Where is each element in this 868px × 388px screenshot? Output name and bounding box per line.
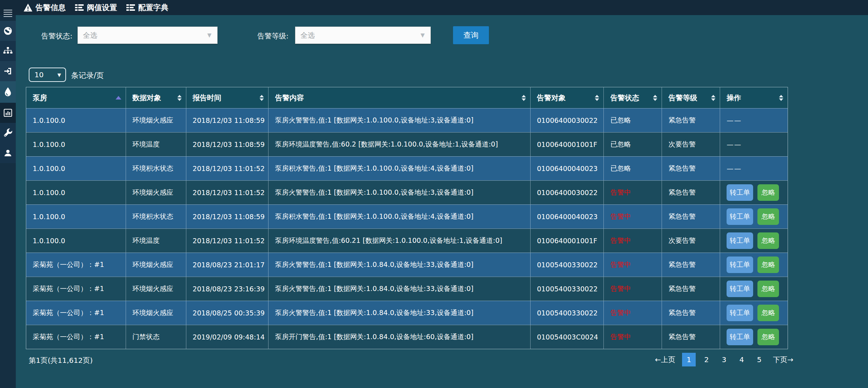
sign-in-icon[interactable] [0, 61, 16, 81]
cell-time: 2018/08/23 23:16:39 [186, 277, 269, 301]
nav-item-label: 配置字典 [138, 3, 168, 13]
page-size-value: 10 [34, 70, 43, 79]
search-button[interactable]: 查询 [453, 26, 489, 44]
sort-icon [177, 95, 182, 101]
column-header[interactable]: 告警状态 [604, 87, 662, 108]
cell-pump: 1.0.100.0 [26, 133, 126, 156]
column-header[interactable]: 操作 [720, 87, 788, 108]
cell-level: 紧急告警 [662, 205, 720, 228]
cell-pump: 1.0.100.0 [26, 157, 126, 180]
column-header-label: 告警对象 [537, 93, 566, 103]
wrench-icon[interactable] [0, 123, 16, 143]
sitemap-icon[interactable] [0, 41, 16, 61]
column-header[interactable]: 告警对象 [531, 87, 604, 108]
globe-icon[interactable] [0, 21, 16, 41]
cell-obj: 环境积水状态 [126, 157, 186, 180]
cell-content: 泵房环境温度警告,值:60.2 [数据网关:1.0.100.0,设备地址:1,设… [269, 133, 530, 156]
cell-level: 次要告警 [662, 133, 720, 156]
cell-content: 泵房开门警告,值:1 [数据网关:1.0.84.0,设备地址:60,设备通道:0… [269, 325, 530, 349]
sort-asc-icon [116, 96, 121, 100]
cell-pump: 采菊苑（一公司）：#1 [26, 253, 126, 277]
list-icon [75, 4, 84, 11]
table-row: 1.0.100.0环境温度2018/12/03 11:08:59泵房环境温度警告… [26, 132, 788, 156]
cell-time: 2018/08/23 21:01:17 [186, 253, 269, 277]
nav-item-threshold-settings[interactable]: 阀值设置 [75, 3, 117, 13]
ignore-button[interactable]: 忽略 [757, 281, 779, 297]
page-number-button[interactable]: 5 [752, 353, 766, 366]
cell-actions: 转工单忽略 [720, 181, 788, 204]
transfer-workorder-button[interactable]: 转工单 [727, 184, 753, 201]
nav-item-alarm-info[interactable]: 告警信息 [24, 3, 66, 13]
cell-pump: 采菊苑（一公司）：#1 [26, 301, 126, 325]
alarm-level-select[interactable]: 全选 ▼ [295, 27, 431, 44]
page-number-button[interactable]: 4 [735, 353, 748, 366]
ignore-button[interactable]: 忽略 [757, 184, 779, 201]
user-icon[interactable] [0, 143, 16, 163]
cell-level: 次要告警 [662, 229, 720, 253]
prev-page-link[interactable]: ←上页 [652, 355, 678, 365]
cell-target: 010054003C0024 [531, 325, 604, 349]
cell-status: 告警中 [604, 229, 662, 253]
cell-time: 2018/08/25 00:35:39 [186, 301, 269, 325]
page-number-button[interactable]: 2 [700, 353, 713, 366]
sort-icon [522, 95, 526, 101]
cell-time: 2018/12/03 11:01:52 [186, 157, 269, 180]
ignore-button[interactable]: 忽略 [757, 305, 779, 321]
transfer-workorder-button[interactable]: 转工单 [727, 232, 753, 249]
cell-pump: 采菊苑（一公司）：#1 [26, 325, 126, 349]
ignore-button[interactable]: 忽略 [757, 329, 779, 345]
table-row: 1.0.100.0环境温度2018/12/03 11:01:52泵房环境温度警告… [26, 228, 788, 253]
cell-obj: 环境烟火感应 [126, 277, 186, 301]
cell-status: 告警中 [604, 325, 662, 349]
cell-obj: 环境烟火感应 [126, 108, 186, 132]
cell-level: 紧急告警 [662, 181, 720, 204]
column-header[interactable]: 报告时间 [186, 87, 269, 108]
column-header[interactable]: 告警内容 [269, 87, 530, 108]
chevron-down-icon: ▼ [420, 32, 425, 38]
ignore-button[interactable]: 忽略 [757, 257, 779, 273]
ignore-button[interactable]: 忽略 [757, 232, 779, 249]
page-number-button[interactable]: 3 [717, 353, 731, 366]
top-navbar: 告警信息 阀值设置 配置字典 [0, 0, 868, 15]
cell-content: 泵房火警警告,值:1 [数据网关:1.0.84.0,设备地址:33,设备通道:0… [269, 301, 530, 325]
cell-time: 2018/12/03 11:08:59 [186, 108, 269, 132]
column-header[interactable]: 泵房 [26, 87, 126, 108]
no-action-dash: —— [727, 165, 742, 172]
column-header-label: 告警等级 [668, 93, 697, 103]
column-header[interactable]: 数据对象 [126, 87, 186, 108]
alarm-level-value: 全选 [300, 31, 315, 40]
cell-target: 0100640001001F [531, 133, 604, 156]
cell-content: 泵房火警警告,值:1 [数据网关:1.0.84.0,设备地址:33,设备通道:0… [269, 253, 530, 277]
table-row: 1.0.100.0环境烟火感应2018/12/03 11:01:52泵房火警警告… [26, 180, 788, 204]
transfer-workorder-button[interactable]: 转工单 [727, 208, 753, 225]
ignore-button[interactable]: 忽略 [757, 208, 779, 225]
table-row: 采菊苑（一公司）：#1环境烟火感应2018/08/25 00:35:39泵房火警… [26, 301, 788, 325]
cell-target: 01005400330022 [531, 253, 604, 277]
nav-item-config-dictionary[interactable]: 配置字典 [126, 3, 168, 13]
table-body: 1.0.100.0环境烟火感应2018/12/03 11:08:59泵房火警警告… [26, 108, 788, 349]
page-size-label: 条记录/页 [71, 70, 104, 80]
alarm-status-select[interactable]: 全选 ▼ [78, 27, 218, 44]
cell-pump: 1.0.100.0 [26, 205, 126, 228]
cell-obj: 环境积水状态 [126, 205, 186, 228]
cell-obj: 环境温度 [126, 229, 186, 253]
cell-status: 已忽略 [604, 157, 662, 180]
cell-status: 告警中 [604, 181, 662, 204]
menu-icon[interactable] [0, 8, 16, 19]
column-header-label: 告警状态 [610, 93, 639, 103]
page-number-button[interactable]: 1 [682, 353, 696, 366]
cell-time: 2018/12/03 11:01:52 [186, 181, 269, 204]
sort-icon [779, 95, 783, 101]
alarm-table: 泵房数据对象报告时间告警内容告警对象告警状态告警等级操作 1.0.100.0环境… [26, 87, 788, 349]
page-size-select[interactable]: 10 ▼ [29, 68, 66, 82]
transfer-workorder-button[interactable]: 转工单 [727, 257, 753, 273]
transfer-workorder-button[interactable]: 转工单 [727, 305, 753, 321]
cell-level: 紧急告警 [662, 325, 720, 349]
bar-chart-icon[interactable] [0, 103, 16, 123]
next-page-link[interactable]: 下页→ [770, 355, 796, 365]
column-header[interactable]: 告警等级 [662, 87, 720, 108]
no-action-dash: —— [727, 116, 742, 124]
water-drop-icon[interactable] [0, 81, 16, 103]
transfer-workorder-button[interactable]: 转工单 [727, 329, 753, 345]
transfer-workorder-button[interactable]: 转工单 [727, 281, 753, 297]
